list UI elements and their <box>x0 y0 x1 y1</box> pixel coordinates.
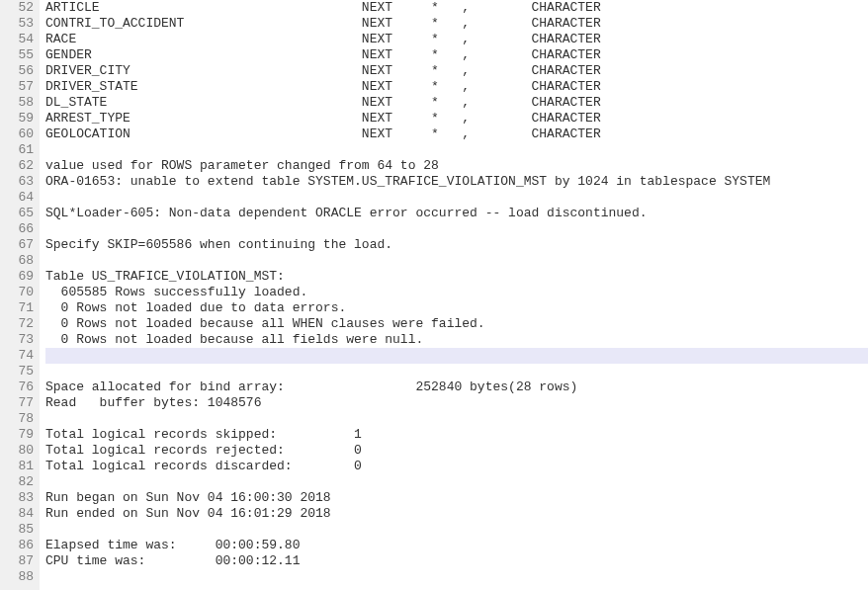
line-number: 58 <box>4 95 34 111</box>
log-line: SQL*Loader-605: Non-data dependent ORACL… <box>45 206 868 221</box>
line-number: 60 <box>4 126 34 142</box>
line-number: 71 <box>4 300 34 316</box>
log-line: GENDER NEXT * , CHARACTER <box>45 47 868 63</box>
line-number-gutter: 5253545556575859606162636465666768697071… <box>0 0 40 590</box>
log-line: Elapsed time was: 00:00:59.80 <box>45 538 868 553</box>
log-line: GEOLOCATION NEXT * , CHARACTER <box>45 126 868 142</box>
line-number: 61 <box>4 142 34 158</box>
line-number: 76 <box>4 379 34 395</box>
line-number: 62 <box>4 158 34 174</box>
log-line <box>45 411 868 427</box>
log-line: Specify SKIP=605586 when continuing the … <box>45 237 868 253</box>
log-line: Total logical records discarded: 0 <box>45 459 868 474</box>
log-line: ORA-01653: unable to extend table SYSTEM… <box>45 174 868 190</box>
line-number: 52 <box>4 0 34 16</box>
line-number: 66 <box>4 221 34 237</box>
log-line: 0 Rows not loaded because all WHEN claus… <box>45 316 868 332</box>
line-number: 57 <box>4 79 34 95</box>
log-line: Total logical records rejected: 0 <box>45 443 868 459</box>
line-number: 77 <box>4 395 34 411</box>
line-number: 56 <box>4 63 34 79</box>
log-line: CPU time was: 00:00:12.11 <box>45 553 868 569</box>
line-number: 67 <box>4 237 34 253</box>
log-line <box>45 253 868 269</box>
log-line <box>45 348 868 364</box>
line-number: 74 <box>4 348 34 364</box>
line-number: 85 <box>4 522 34 538</box>
line-number: 72 <box>4 316 34 332</box>
line-number: 53 <box>4 16 34 32</box>
log-line <box>45 474 868 490</box>
log-line <box>45 569 868 585</box>
line-number: 86 <box>4 538 34 553</box>
line-number: 63 <box>4 174 34 190</box>
log-line: 0 Rows not loaded because all fields wer… <box>45 332 868 348</box>
log-line <box>45 142 868 158</box>
log-line <box>45 221 868 237</box>
log-line: Run ended on Sun Nov 04 16:01:29 2018 <box>45 506 868 522</box>
log-line <box>45 364 868 379</box>
line-number: 70 <box>4 285 34 300</box>
line-number: 59 <box>4 111 34 126</box>
line-number: 75 <box>4 364 34 379</box>
log-line: DL_STATE NEXT * , CHARACTER <box>45 95 868 111</box>
line-number: 65 <box>4 206 34 221</box>
line-number: 55 <box>4 47 34 63</box>
log-content: ARTICLE NEXT * , CHARACTERCONTRI_TO_ACCI… <box>40 0 868 590</box>
log-line: Space allocated for bind array: 252840 b… <box>45 379 868 395</box>
line-number: 68 <box>4 253 34 269</box>
line-number: 83 <box>4 490 34 506</box>
log-line: CONTRI_TO_ACCIDENT NEXT * , CHARACTER <box>45 16 868 32</box>
log-line <box>45 190 868 206</box>
line-number: 54 <box>4 32 34 47</box>
log-line: DRIVER_CITY NEXT * , CHARACTER <box>45 63 868 79</box>
line-number: 78 <box>4 411 34 427</box>
log-line: DRIVER_STATE NEXT * , CHARACTER <box>45 79 868 95</box>
log-line: value used for ROWS parameter changed fr… <box>45 158 868 174</box>
log-line: 0 Rows not loaded due to data errors. <box>45 300 868 316</box>
line-number: 82 <box>4 474 34 490</box>
log-line: 605585 Rows successfully loaded. <box>45 285 868 300</box>
line-number: 64 <box>4 190 34 206</box>
line-number: 69 <box>4 269 34 285</box>
log-line: Read buffer bytes: 1048576 <box>45 395 868 411</box>
line-number: 79 <box>4 427 34 443</box>
log-line: Total logical records skipped: 1 <box>45 427 868 443</box>
log-line: Table US_TRAFICE_VIOLATION_MST: <box>45 269 868 285</box>
line-number: 73 <box>4 332 34 348</box>
log-line: Run began on Sun Nov 04 16:00:30 2018 <box>45 490 868 506</box>
line-number: 84 <box>4 506 34 522</box>
log-line: RACE NEXT * , CHARACTER <box>45 32 868 47</box>
log-line <box>45 522 868 538</box>
log-line: ARREST_TYPE NEXT * , CHARACTER <box>45 111 868 126</box>
line-number: 81 <box>4 459 34 474</box>
line-number: 87 <box>4 553 34 569</box>
log-line: ARTICLE NEXT * , CHARACTER <box>45 0 868 16</box>
line-number: 88 <box>4 569 34 585</box>
line-number: 80 <box>4 443 34 459</box>
